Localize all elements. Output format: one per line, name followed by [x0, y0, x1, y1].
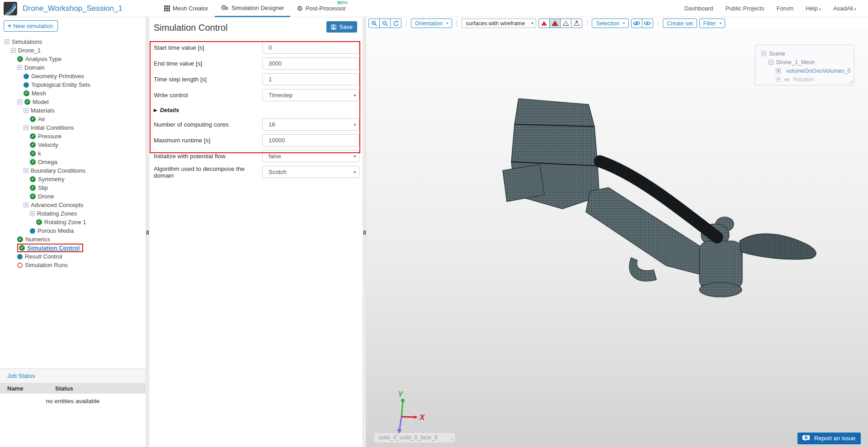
- tree-item-rotating-zone-1[interactable]: ✓Rotating Zone 1: [0, 218, 146, 226]
- end-time-value-s-input[interactable]: [262, 57, 359, 70]
- render-solid-button[interactable]: [538, 19, 550, 28]
- tree-item-symmetry[interactable]: ✓Symmetry: [0, 175, 146, 184]
- zoom-out-button[interactable]: [379, 19, 391, 28]
- tree-item-simulation-control[interactable]: ✓Simulation Control: [0, 244, 146, 252]
- sidebar-resize-handle[interactable]: [146, 17, 149, 447]
- collapse-toggle-icon[interactable]: −: [11, 48, 16, 53]
- tree-item-label: Simulation Runs: [25, 262, 68, 268]
- tab-mesh-creator[interactable]: Mesh Creator: [158, 0, 215, 17]
- number-of-computing-cores-select[interactable]: 16: [262, 118, 359, 131]
- tree-item-drone-1[interactable]: −Drone_1: [0, 46, 146, 55]
- render-wireframe-button[interactable]: [560, 19, 571, 28]
- collapse-toggle-icon[interactable]: −: [5, 39, 9, 44]
- tree-item-slip[interactable]: ✓Slip: [0, 184, 146, 192]
- field-label: End time value [s]: [149, 60, 262, 67]
- tree-item-mesh[interactable]: ✓Mesh: [0, 89, 146, 98]
- selection-dropdown[interactable]: Selection▾: [592, 19, 628, 28]
- tree-item-topological-entity-sets[interactable]: Topological Entity Sets: [0, 80, 146, 89]
- collapse-toggle-icon[interactable]: −: [17, 99, 22, 104]
- show-selection-button[interactable]: [642, 19, 653, 28]
- chevron-down-icon: ▾: [819, 7, 821, 11]
- tree-item-simulations[interactable]: −Simulations: [0, 38, 146, 46]
- refresh-view-button[interactable]: [390, 19, 401, 28]
- maximum-runtime-s-input[interactable]: [262, 134, 359, 146]
- tab-label: Simulation Designer: [231, 5, 284, 11]
- algorithm-used-to-decompose-the-domain-select[interactable]: Scotch: [262, 166, 359, 178]
- app-logo-icon[interactable]: [4, 2, 17, 15]
- tree-item-initial-conditions[interactable]: −Initial Conditions: [0, 123, 146, 132]
- collapse-toggle-icon[interactable]: −: [769, 60, 774, 65]
- new-simulation-button[interactable]: + New simulation: [4, 20, 58, 32]
- tree-item-boundary-conditions[interactable]: −Boundary Conditions: [0, 166, 146, 175]
- nav-link-dashboard[interactable]: Dashboard: [684, 5, 713, 12]
- scene-node-rotation[interactable]: + Rotation: [761, 75, 850, 84]
- save-button[interactable]: Save: [326, 21, 357, 33]
- status-complete-icon: ✓: [30, 185, 36, 191]
- write-control-select[interactable]: Timestep: [262, 89, 359, 101]
- eye-off-icon[interactable]: [783, 77, 790, 82]
- report-issue-button[interactable]: Report an issue: [797, 433, 861, 444]
- scene-node-volume[interactable]: + volumeOnGeoVolumes_0: [761, 66, 850, 75]
- collapse-toggle-icon[interactable]: −: [24, 168, 28, 173]
- toolbar-separator: [406, 20, 406, 27]
- tab-post-processor[interactable]: ⚙ Post-Processor BETA: [290, 0, 352, 17]
- tree-item-result-control[interactable]: Result Control: [0, 252, 146, 261]
- scene-node-mesh[interactable]: − Drone_1_Mesh: [761, 58, 850, 66]
- collapse-toggle-icon[interactable]: −: [30, 211, 35, 216]
- tree-item-porous-media[interactable]: Porous Media: [0, 226, 146, 235]
- collapse-toggle-icon[interactable]: −: [761, 51, 766, 56]
- collapse-toggle-icon[interactable]: −: [24, 125, 28, 130]
- hide-selection-button[interactable]: [631, 19, 642, 28]
- tree-item-drone[interactable]: ✓Drone: [0, 192, 146, 201]
- render-mode-select[interactable]: surfaces with wireframe▾: [462, 19, 536, 28]
- tree-item-velocity[interactable]: ✓Velocity: [0, 141, 146, 149]
- tree-item-materials[interactable]: −Materials: [0, 106, 146, 115]
- tree-item-model[interactable]: −✓Model: [0, 98, 146, 106]
- create-set-button[interactable]: Create set: [663, 19, 697, 28]
- tree-item-pressure[interactable]: ✓Pressure: [0, 132, 146, 141]
- zoom-in-button[interactable]: [368, 19, 380, 28]
- tree-item-analysis-type[interactable]: ✓Analysis Type: [0, 55, 146, 63]
- initialize-with-potential-flow-select[interactable]: false: [262, 150, 359, 162]
- render-canvas[interactable]: − Scene − Drone_1_Mesh + volumeOnGeoVolu…: [366, 29, 868, 447]
- status-complete-icon: ✓: [30, 193, 36, 199]
- user-menu[interactable]: AsadAli▾: [833, 5, 856, 12]
- tree-item-omega[interactable]: ✓Omega: [0, 158, 146, 166]
- tree-item-geometry-primitives[interactable]: Geometry Primitives: [0, 72, 146, 80]
- nav-link-public-projects[interactable]: Public Projects: [726, 5, 764, 12]
- collapse-toggle-icon[interactable]: −: [24, 202, 28, 207]
- render-solid-wireframe-button[interactable]: [549, 19, 561, 28]
- form-row-end-time-value-s: End time value [s]: [149, 56, 363, 71]
- tree-item-rotating-zones[interactable]: −Rotating Zones: [0, 209, 146, 218]
- details-toggle[interactable]: ▶Details: [149, 103, 363, 117]
- chevron-down-icon: ▾: [354, 170, 356, 174]
- resize-handle-icon[interactable]: [449, 437, 453, 441]
- scene-node-scene[interactable]: − Scene: [761, 49, 850, 58]
- tab-simulation-designer[interactable]: ⚙⚙ Simulation Designer: [215, 0, 291, 17]
- form-row-time-step-length-s: Time step length [s]: [149, 71, 363, 87]
- help-menu[interactable]: Help▾: [806, 5, 821, 12]
- start-time-value-s-input[interactable]: [262, 42, 359, 54]
- tree-item-numerics[interactable]: ✓Numerics: [0, 235, 146, 244]
- chevron-down-icon: ▾: [719, 21, 721, 25]
- collapse-toggle-icon[interactable]: −: [24, 108, 28, 113]
- project-title[interactable]: Drone_Workshop_Session_1: [23, 4, 123, 13]
- nav-link-forum[interactable]: Forum: [777, 5, 794, 12]
- status-complete-icon: ✓: [36, 219, 42, 225]
- resize-handle-icon[interactable]: [849, 80, 853, 84]
- selected-value: 16: [269, 121, 275, 128]
- expand-toggle-icon[interactable]: +: [776, 68, 781, 73]
- tree-item-k[interactable]: ✓k: [0, 149, 146, 158]
- tree-item-domain[interactable]: −Domain: [0, 63, 146, 72]
- filter-dropdown[interactable]: Filter▾: [699, 19, 726, 28]
- time-step-length-s-input[interactable]: [262, 73, 359, 85]
- tree-item-simulation-runs[interactable]: Simulation Runs: [0, 261, 146, 269]
- collapse-toggle-icon[interactable]: −: [17, 65, 22, 70]
- render-points-button[interactable]: [571, 19, 582, 28]
- panel-resize-handle[interactable]: [363, 17, 366, 447]
- expand-toggle-icon[interactable]: +: [776, 77, 781, 82]
- tree-item-air[interactable]: ✓Air: [0, 115, 146, 123]
- tree-item-advanced-concepts[interactable]: −Advanced Concepts: [0, 201, 146, 209]
- orientation-dropdown[interactable]: Orientation▾: [411, 19, 452, 28]
- tree-item-label: Analysis Type: [25, 56, 61, 62]
